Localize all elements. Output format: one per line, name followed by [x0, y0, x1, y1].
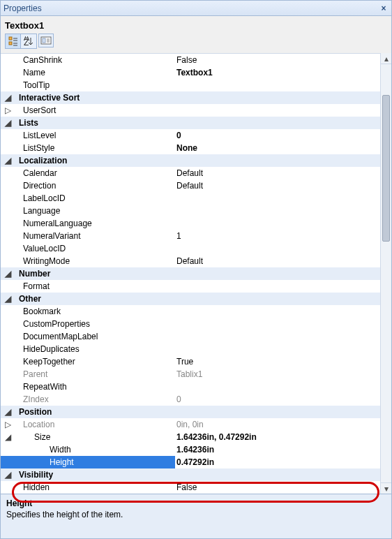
property-value[interactable]: [175, 205, 380, 217]
scroll-up-icon[interactable]: ▴: [381, 53, 391, 64]
property-value[interactable]: Default: [175, 179, 380, 192]
category-header[interactable]: ◢Other: [1, 293, 380, 305]
property-row[interactable]: CalendarDefault: [1, 167, 380, 179]
property-name: ListStyle: [15, 142, 175, 154]
property-row[interactable]: ListLevel0: [1, 129, 380, 142]
property-grid[interactable]: CanShrinkFalseNameTextbox1ToolTip◢Intera…: [1, 53, 380, 494]
titlebar: Properties ×: [1, 1, 391, 16]
property-value[interactable]: Default: [175, 167, 380, 179]
scroll-thumb[interactable]: [382, 95, 390, 242]
categorized-button[interactable]: [6, 34, 21, 48]
property-row[interactable]: LabelLocID: [1, 192, 380, 205]
property-row[interactable]: ◢Size1.64236in, 0.47292in: [1, 431, 380, 443]
property-value[interactable]: [175, 217, 380, 230]
property-row[interactable]: Width1.64236in: [1, 443, 380, 456]
property-name: HideDuplicates: [15, 343, 175, 355]
property-row[interactable]: NumeralVariant1: [1, 230, 380, 242]
property-value[interactable]: Textbox1: [175, 66, 380, 79]
property-row[interactable]: ParentTablix1: [1, 368, 380, 381]
property-row[interactable]: ValueLocID: [1, 242, 380, 255]
property-value[interactable]: [175, 104, 380, 117]
category-header[interactable]: ◢Interactive Sort: [1, 91, 380, 104]
expand-toggle-icon[interactable]: ▷: [1, 418, 15, 431]
close-icon[interactable]: ×: [379, 3, 389, 13]
property-value[interactable]: [175, 318, 380, 330]
selected-object-name[interactable]: Textbox1: [5, 19, 387, 34]
property-row[interactable]: HiddenFalse: [1, 481, 380, 494]
property-value[interactable]: [175, 79, 380, 91]
property-value[interactable]: False: [175, 481, 380, 494]
category-header[interactable]: ◢Lists: [1, 117, 380, 129]
expand-toggle-icon: [1, 368, 15, 381]
property-row[interactable]: ToolTip: [1, 79, 380, 91]
property-name: Lists: [15, 117, 175, 129]
expand-toggle-icon[interactable]: ◢: [1, 431, 15, 443]
property-value[interactable]: 1.64236in, 0.47292in: [175, 431, 380, 443]
property-value[interactable]: [175, 242, 380, 255]
property-value[interactable]: [175, 280, 380, 293]
expand-toggle-icon[interactable]: ◢: [1, 406, 15, 418]
property-row[interactable]: KeepTogetherTrue: [1, 355, 380, 368]
expand-toggle-icon[interactable]: ▷: [1, 104, 15, 117]
expand-toggle-icon[interactable]: ◢: [1, 117, 15, 129]
property-row[interactable]: HideDuplicates: [1, 343, 380, 355]
expand-toggle-icon[interactable]: ◢: [1, 468, 15, 481]
property-name: Visibility: [15, 468, 175, 481]
property-name: ZIndex: [15, 393, 175, 406]
property-name: Format: [15, 280, 175, 293]
category-header[interactable]: ◢Number: [1, 267, 380, 280]
property-value[interactable]: 1.64236in: [175, 443, 380, 456]
property-row[interactable]: DirectionDefault: [1, 179, 380, 192]
property-value[interactable]: 1: [175, 230, 380, 242]
property-value[interactable]: [175, 305, 380, 318]
property-value[interactable]: 0.47292in: [175, 456, 380, 468]
property-row[interactable]: RepeatWith: [1, 381, 380, 393]
property-name: WritingMode: [15, 255, 175, 267]
property-value[interactable]: True: [175, 355, 380, 368]
property-row[interactable]: DocumentMapLabel: [1, 330, 380, 343]
property-row[interactable]: ListStyleNone: [1, 142, 380, 154]
properties-header: Textbox1 A Z: [1, 16, 391, 53]
property-name: CustomProperties: [15, 318, 175, 330]
expand-toggle-icon: [1, 242, 15, 255]
property-pages-button[interactable]: [38, 34, 54, 47]
expand-toggle-icon[interactable]: ◢: [1, 91, 15, 104]
property-name: Interactive Sort: [15, 91, 175, 104]
property-row[interactable]: CanShrinkFalse: [1, 54, 380, 66]
expand-toggle-icon[interactable]: ◢: [1, 154, 15, 167]
property-row[interactable]: ZIndex0: [1, 393, 380, 406]
category-header[interactable]: ◢Localization: [1, 154, 380, 167]
alphabetical-button[interactable]: A Z: [21, 34, 36, 48]
property-row[interactable]: WritingModeDefault: [1, 255, 380, 267]
property-value: Tablix1: [175, 368, 380, 381]
property-row[interactable]: ▷Location0in, 0in: [1, 418, 380, 431]
property-row[interactable]: NameTextbox1: [1, 66, 380, 79]
property-row[interactable]: NumeralLanguage: [1, 217, 380, 230]
property-row[interactable]: Format: [1, 280, 380, 293]
property-name: LabelLocID: [15, 192, 175, 205]
property-row[interactable]: Language: [1, 205, 380, 217]
expand-toggle-icon: [1, 481, 15, 494]
expand-toggle-icon[interactable]: ◢: [1, 293, 15, 305]
expand-toggle-icon: [1, 280, 15, 293]
property-value[interactable]: [175, 192, 380, 205]
property-value[interactable]: [175, 381, 380, 393]
property-name: Number: [15, 267, 175, 280]
scroll-down-icon[interactable]: ▾: [381, 482, 391, 494]
property-value[interactable]: [175, 343, 380, 355]
property-row[interactable]: Height0.47292in: [1, 456, 380, 468]
categorized-icon: [8, 36, 18, 46]
property-value[interactable]: Default: [175, 255, 380, 267]
category-header[interactable]: ◢Visibility: [1, 468, 380, 481]
vertical-scrollbar[interactable]: ▴ ▾: [380, 53, 391, 494]
property-value[interactable]: None: [175, 142, 380, 154]
property-value[interactable]: False: [175, 54, 380, 66]
category-header[interactable]: ◢Position: [1, 406, 380, 418]
property-value[interactable]: [175, 330, 380, 343]
property-value[interactable]: 0: [175, 129, 380, 142]
property-row[interactable]: CustomProperties: [1, 318, 380, 330]
property-row[interactable]: ▷UserSort: [1, 104, 380, 117]
expand-toggle-icon[interactable]: ◢: [1, 267, 15, 280]
property-name: NumeralLanguage: [15, 217, 175, 230]
property-row[interactable]: Bookmark: [1, 305, 380, 318]
